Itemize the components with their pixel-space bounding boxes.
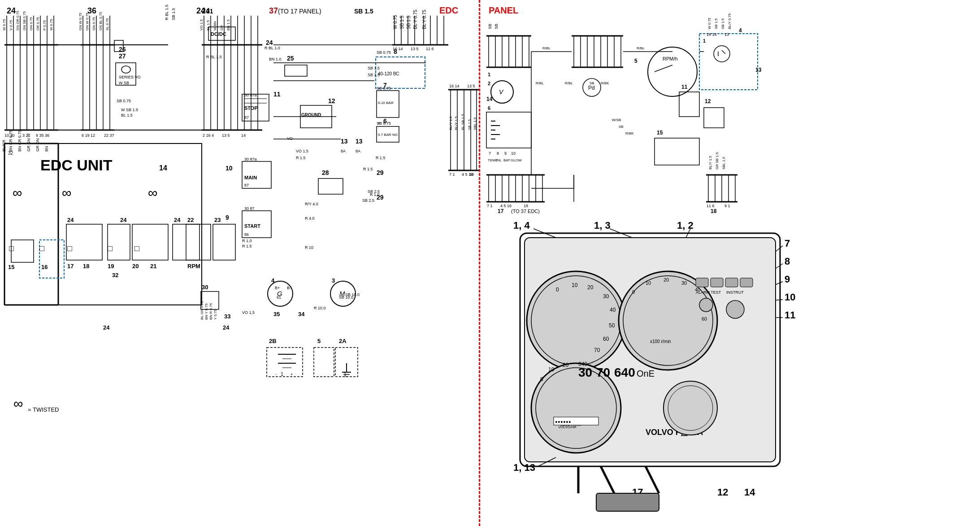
- svg-text:14: 14: [744, 487, 755, 498]
- svg-text:13 5: 13 5: [222, 133, 230, 138]
- svg-text:20: 20: [587, 284, 594, 291]
- svg-text:SL 0.75: SL 0.75: [105, 18, 109, 30]
- svg-text:2: 2: [488, 81, 490, 86]
- svg-text:86: 86: [244, 232, 249, 237]
- svg-text:R/Y 4.0: R/Y 4.0: [305, 202, 318, 206]
- wiring-diagram-svg: 24 36 24 37 (TO 17 PANEL) W 0.75 V 0.75 …: [0, 0, 484, 526]
- svg-text:40: 40: [610, 307, 616, 313]
- svg-text:SB 10.0: SB 10.0: [345, 292, 360, 297]
- svg-text:10: 10: [646, 280, 651, 286]
- svg-text:W 0.75: W 0.75: [393, 15, 398, 29]
- svg-text:13 5: 13 5: [467, 84, 475, 88]
- svg-text:9: 9: [785, 274, 790, 285]
- svg-text:31: 31: [206, 8, 213, 15]
- svg-text:R BL 1.5: R BL 1.5: [206, 55, 222, 59]
- svg-text:SB: SB: [494, 24, 499, 29]
- svg-text:SB 1.5: SB 1.5: [171, 8, 176, 20]
- svg-text:∞: ∞: [148, 185, 157, 200]
- svg-text:22 37: 22 37: [104, 133, 114, 138]
- svg-text:BL 1.5: BL 1.5: [121, 113, 133, 117]
- svg-text:18: 18: [83, 263, 89, 270]
- svg-text:R 10: R 10: [305, 245, 313, 250]
- svg-text:17: 17: [498, 208, 504, 214]
- svg-text:18: 18: [524, 204, 528, 208]
- svg-text:9: 9: [225, 214, 229, 221]
- svg-text:10: 10: [548, 366, 555, 373]
- svg-text:6: 6: [488, 105, 490, 111]
- svg-text:BN 1.0: BN 1.0: [269, 57, 282, 61]
- svg-text:R/BL: R/BL: [542, 46, 551, 50]
- svg-text:SB 1.5: SB 1.5: [368, 66, 380, 70]
- svg-rect-425: [740, 278, 753, 287]
- svg-text:R 1.5: R 1.5: [363, 167, 373, 171]
- svg-text:14: 14: [486, 96, 493, 102]
- svg-text:VO: VO: [287, 136, 293, 141]
- svg-text:Y 0.75: Y 0.75: [213, 309, 217, 320]
- svg-text:11: 11: [273, 91, 281, 98]
- svg-text:BAT: BAT: [503, 158, 510, 162]
- svg-text:1: 1: [344, 372, 347, 377]
- svg-text:21: 21: [150, 263, 156, 270]
- svg-text:VO 1.5: VO 1.5: [296, 149, 308, 153]
- svg-text:SB 1.5: SB 1.5: [714, 18, 718, 29]
- svg-text:13: 13: [724, 32, 729, 37]
- svg-text:GLOW: GLOW: [511, 158, 522, 162]
- svg-text:30: 30: [578, 365, 592, 379]
- svg-text:30 87: 30 87: [244, 206, 255, 211]
- svg-text:x100 r/min: x100 r/min: [650, 339, 671, 344]
- svg-text:SB 2.5: SB 2.5: [368, 189, 380, 194]
- svg-text:GN BL 0.75: GN BL 0.75: [99, 12, 103, 30]
- svg-text:BL Y 0.75: BL Y 0.75: [413, 9, 418, 29]
- svg-text:SB: SB: [488, 24, 492, 29]
- svg-text:W SB: W SB: [119, 81, 129, 85]
- svg-text:28: 28: [322, 169, 329, 176]
- svg-text:13: 13: [341, 138, 348, 145]
- svg-text:18: 18: [469, 172, 474, 177]
- svg-text:W SB 1.5: W SB 1.5: [121, 108, 138, 112]
- svg-text:6 19 12: 6 19 12: [82, 133, 95, 138]
- svg-text:24: 24: [120, 217, 127, 223]
- svg-text:10: 10: [511, 151, 516, 156]
- svg-text:SERIES VO: SERIES VO: [119, 75, 141, 79]
- svg-text:+: +: [291, 372, 293, 377]
- svg-text:SB 1.5: SB 1.5: [721, 18, 725, 29]
- svg-text:10: 10: [225, 165, 233, 172]
- svg-text:37: 37: [269, 6, 278, 15]
- svg-text:B-: B-: [287, 286, 291, 290]
- svg-text:1: 1: [281, 371, 283, 377]
- svg-text:GR GN W: GR GN W: [26, 133, 31, 152]
- svg-text:∞: ∞: [13, 185, 22, 200]
- svg-text:7 1: 7 1: [449, 172, 455, 177]
- panel-schematic-svg: SB SB 1 2 V 6 7 8 9 10 TEMP OIL BAT GLOW: [484, 13, 977, 215]
- svg-text:16 14: 16 14: [707, 32, 717, 37]
- svg-rect-422: [696, 278, 708, 287]
- svg-text:9 1: 9 1: [724, 204, 730, 208]
- svg-text:16: 16: [41, 264, 48, 270]
- svg-text:SB 0.75: SB 0.75: [377, 86, 391, 91]
- svg-text:11: 11: [785, 309, 795, 321]
- svg-text:22: 22: [187, 217, 194, 223]
- svg-text:1: 1: [488, 72, 490, 77]
- svg-rect-423: [711, 278, 723, 287]
- svg-text:1: 1: [703, 38, 706, 43]
- svg-text:W 0.75: W 0.75: [49, 19, 53, 30]
- svg-text:20: 20: [663, 277, 669, 283]
- svg-text:0: 0: [632, 289, 635, 295]
- svg-rect-270: [484, 13, 977, 215]
- svg-text:70: 70: [594, 347, 600, 353]
- svg-text:W 0.75: W 0.75: [707, 17, 711, 29]
- svg-text:24: 24: [266, 39, 273, 46]
- svg-text:= TWISTED: = TWISTED: [28, 406, 59, 413]
- svg-text:30 87a: 30 87a: [244, 157, 257, 161]
- svg-rect-424: [725, 278, 738, 287]
- svg-text:5: 5: [634, 58, 637, 64]
- svg-text:-: -: [275, 372, 277, 377]
- svg-text:8: 8: [497, 151, 499, 156]
- edc-label: EDC: [439, 5, 458, 16]
- svg-text:(TO 37 EDC): (TO 37 EDC): [511, 209, 540, 214]
- svg-text:□: □: [9, 244, 14, 253]
- svg-text:BN CR 0.75: BN CR 0.75: [17, 130, 22, 152]
- svg-text:R/BL: R/BL: [565, 81, 573, 85]
- svg-text:87: 87: [244, 115, 249, 120]
- svg-text:INSTRUT: INSTRUT: [726, 290, 744, 295]
